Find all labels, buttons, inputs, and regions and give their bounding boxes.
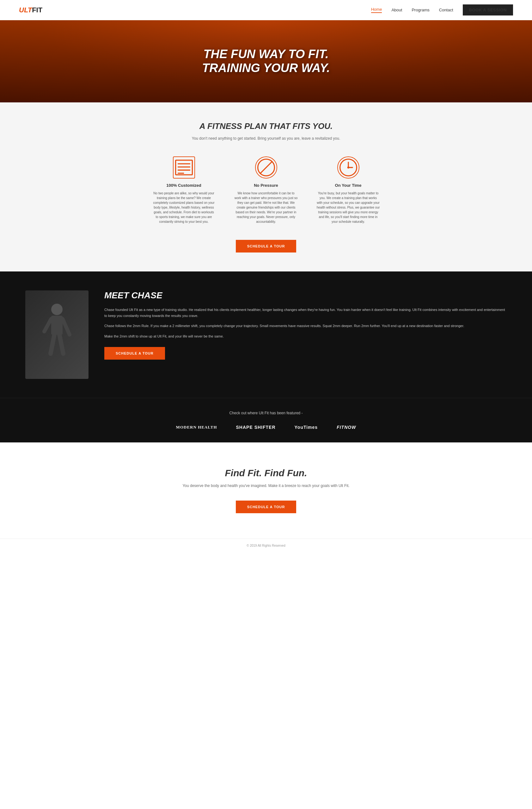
hero-content: THE FUN WAY TO FIT. TRAINING YOUR WAY. <box>202 47 330 75</box>
logo-ult: ULT <box>19 6 32 14</box>
footer: © 2019 All Rights Reserved <box>0 538 532 552</box>
chase-para-3: Make the 2mm shift to show up at Ult Fit… <box>104 333 507 339</box>
find-fit-heading: Find Fit. Find Fun. <box>25 468 507 479</box>
featured-section: Check out where Ult Fit has been feature… <box>0 398 532 443</box>
chase-heading: MEET CHASE <box>104 290 507 300</box>
meet-chase-section: MEET CHASE Chase founded Ult Fit as a ne… <box>0 272 532 398</box>
book-session-button[interactable]: BOOK A SESSION <box>463 4 513 16</box>
chase-silhouette-icon <box>38 300 76 369</box>
fitness-subtitle: You don't need anything to get started. … <box>25 136 507 141</box>
chase-photo <box>25 290 88 379</box>
feature-no-pressure: No Pressure We know how uncomfortable it… <box>235 156 298 224</box>
no-pressure-icon <box>255 156 277 178</box>
featured-logo-modern-health: MODERN HEALTH <box>176 425 217 430</box>
feature-on-your-time: On Your Time You're busy, but your healt… <box>317 156 380 224</box>
on-your-time-desc: You're busy, but your health goals matte… <box>317 191 380 224</box>
svg-point-11 <box>51 304 63 315</box>
customized-desc: No two people are alike, so why would yo… <box>152 191 216 224</box>
featured-logo-youtimes: YouTimes <box>295 425 318 430</box>
find-fit-section: Find Fit. Find Fun. You deserve the body… <box>0 443 532 538</box>
no-pressure-title: No Pressure <box>235 183 298 188</box>
feature-customized: 100% Customized No two people are alike,… <box>152 156 216 224</box>
svg-line-15 <box>51 335 54 354</box>
featured-logos: MODERN HEALTH SHAPE SHIFTER YouTimes FIT… <box>25 425 507 430</box>
customized-icon <box>173 156 195 178</box>
fitness-heading: A FITNESS PLAN THAT FITS YOU. <box>25 121 507 131</box>
nav-contact[interactable]: Contact <box>439 7 453 12</box>
svg-line-13 <box>44 319 51 331</box>
chase-text-content: MEET CHASE Chase founded Ult Fit as a ne… <box>104 290 507 360</box>
svg-line-16 <box>59 335 63 354</box>
schedule-tour-button-1[interactable]: SCHEDULE A TOUR <box>236 240 296 253</box>
hero-headline: THE FUN WAY TO FIT. TRAINING YOUR WAY. <box>202 47 330 75</box>
featured-title: Check out where Ult Fit has been feature… <box>25 411 507 415</box>
schedule-tour-button-2[interactable]: SCHEDULE A TOUR <box>104 347 165 360</box>
fitness-plan-section: A FITNESS PLAN THAT FITS YOU. You don't … <box>0 102 532 272</box>
no-pressure-svg-icon <box>256 157 277 178</box>
customized-title: 100% Customized <box>152 183 216 188</box>
nav-about[interactable]: About <box>391 7 402 12</box>
logo: ULT FIT <box>19 6 42 14</box>
clock-icon <box>338 157 359 178</box>
hero-section: THE FUN WAY TO FIT. TRAINING YOUR WAY. <box>0 20 532 102</box>
find-fit-subtitle: You deserve the body and health you've i… <box>25 483 507 488</box>
chase-para-1: Chase founded Ult Fit as a new type of t… <box>104 307 507 319</box>
nav-home[interactable]: Home <box>371 7 382 13</box>
nav-links: Home About Programs Contact BOOK A SESSI… <box>371 4 513 16</box>
no-pressure-desc: We know how uncomfortable it can be to w… <box>235 191 298 224</box>
on-your-time-icon <box>337 156 359 178</box>
list-icon <box>174 157 194 178</box>
svg-line-14 <box>63 319 70 335</box>
svg-point-10 <box>347 167 349 169</box>
chase-para-2: Chase follows the 2mm Rule. If you make … <box>104 323 507 329</box>
navbar: ULT FIT Home About Programs Contact BOOK… <box>0 0 532 20</box>
features-grid: 100% Customized No two people are alike,… <box>25 156 507 224</box>
featured-logo-fitnow: FITNOW <box>337 425 356 430</box>
logo-fit: FIT <box>32 6 42 14</box>
footer-copyright: © 2019 All Rights Reserved <box>246 544 285 547</box>
svg-line-6 <box>260 161 273 174</box>
nav-programs[interactable]: Programs <box>412 7 429 12</box>
schedule-tour-button-3[interactable]: SCHEDULE A TOUR <box>236 501 296 513</box>
featured-logo-shape-shifter: SHAPE SHIFTER <box>236 425 276 430</box>
on-your-time-title: On Your Time <box>317 183 380 188</box>
